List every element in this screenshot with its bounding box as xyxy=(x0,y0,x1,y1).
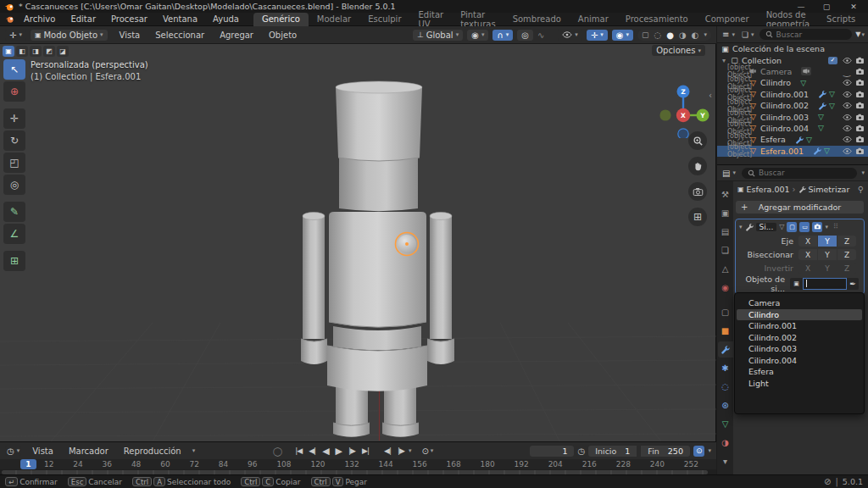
tab-data[interactable]: ▽ xyxy=(718,416,733,432)
frame-forward-button[interactable]: |▶ xyxy=(395,446,407,455)
close-button[interactable]: ✕ xyxy=(839,3,868,11)
breadcrumb-object[interactable]: Esfera.001 xyxy=(747,185,790,194)
viewport-menu-item[interactable]: Seleccionar xyxy=(147,30,212,40)
dropdown-option[interactable]: Esfera xyxy=(737,366,862,378)
3d-viewport-canvas[interactable] xyxy=(0,26,716,441)
play-reverse-button[interactable]: ◀ xyxy=(320,446,331,457)
dropdown-option[interactable]: Cilindro xyxy=(737,309,862,321)
properties-editor-selector[interactable]: ▤▾ xyxy=(721,169,737,178)
transform-tool[interactable]: ◎ xyxy=(3,175,25,195)
expand-icon[interactable]: › xyxy=(739,147,746,155)
tab-object[interactable]: ■ xyxy=(718,323,733,339)
axis-x-button[interactable]: X xyxy=(798,263,817,274)
axis-y-button[interactable]: Y xyxy=(818,263,837,274)
dropdown-option[interactable]: Light xyxy=(737,378,862,390)
hide-toggle[interactable]: ‿ xyxy=(842,135,852,144)
tab-world[interactable]: ◉ xyxy=(718,280,733,296)
modifier-name-field[interactable]: Si... xyxy=(756,223,777,231)
dropdown-option[interactable]: Cilindro.001 xyxy=(737,320,862,332)
timeline-menu-item[interactable]: Marcador xyxy=(61,446,116,456)
timeline-menu-item[interactable]: Reproducción xyxy=(116,446,189,456)
scale-tool[interactable]: ◰ xyxy=(3,152,25,173)
app-menu-icon[interactable] xyxy=(5,14,14,24)
options-button[interactable]: Opciones▾ xyxy=(652,45,705,56)
cursor-tool[interactable]: ⊕ xyxy=(3,81,25,102)
dropdown-option[interactable]: Cilindro.004 xyxy=(737,355,862,367)
snap-toggle[interactable]: ∩▾ xyxy=(492,30,513,41)
visibility-dropdown[interactable]: ▾ xyxy=(558,29,582,41)
mode-selector[interactable]: ▣Modo Objeto▾ xyxy=(31,30,108,41)
next-keyframe-button[interactable]: |▶ xyxy=(346,446,358,455)
render-toggle[interactable] xyxy=(854,78,865,87)
render-toggle[interactable] xyxy=(854,135,865,144)
workspace-tab[interactable]: Scripts xyxy=(818,13,864,26)
display-mode-selector[interactable]: ❏▾ xyxy=(740,30,756,39)
add-modifier-button[interactable]: + Agregar modificador xyxy=(736,201,864,214)
viewport-menu-item[interactable]: Objeto xyxy=(261,30,304,40)
move-tool[interactable]: ✛ xyxy=(3,108,25,129)
hide-toggle[interactable]: ‿ xyxy=(842,147,852,156)
properties-options-chevron-icon[interactable]: ▾ xyxy=(861,169,865,176)
pivot-selector[interactable]: ◉▾ xyxy=(467,30,488,41)
scene-collection-row[interactable]: ▣ Colección de la escena xyxy=(717,43,868,54)
shading-rendered-icon[interactable]: ◐ xyxy=(692,30,699,40)
breadcrumb-modifier[interactable]: Simetrizar xyxy=(809,185,850,194)
workspace-tab[interactable]: Animar xyxy=(570,13,617,26)
tab-more[interactable]: ▾ xyxy=(718,453,733,469)
axis-z-button[interactable]: Z xyxy=(837,236,856,247)
hide-toggle[interactable]: ‿ xyxy=(842,124,852,133)
proportional-edit-toggle[interactable]: ◎ xyxy=(517,30,533,41)
ortho-toggle-button[interactable]: ⊞ xyxy=(688,208,707,226)
axis-y-button[interactable]: Y xyxy=(818,236,837,247)
menu-item[interactable]: Editar xyxy=(63,14,103,24)
gizmos-toggle[interactable]: ✛▾ xyxy=(587,30,608,41)
outliner-search-input[interactable]: Buscar xyxy=(760,29,853,40)
display-editmode-toggle[interactable]: ▢ xyxy=(787,222,797,232)
xray-toggle-icon[interactable]: ▢ xyxy=(642,30,649,39)
select-mode-button[interactable]: ◩ xyxy=(43,46,55,57)
dropdown-option[interactable]: Cilindro.002 xyxy=(737,332,862,344)
workspace-tab[interactable]: Pintar texturas xyxy=(452,13,504,26)
shading-wireframe-icon[interactable]: ◌ xyxy=(654,30,662,40)
workspace-tab[interactable]: Genérico xyxy=(253,13,309,26)
current-frame-field[interactable]: 1 xyxy=(530,446,574,457)
menu-item[interactable]: Procesar xyxy=(103,14,155,24)
dropdown-option[interactable]: Cilindro.003 xyxy=(737,343,862,355)
collapse-icon[interactable]: ▾ xyxy=(739,224,743,230)
expand-icon[interactable]: › xyxy=(739,68,746,75)
expand-icon[interactable]: [object Object] xyxy=(727,143,734,158)
extras-chevron-icon[interactable]: ▾ xyxy=(825,224,828,230)
tab-render[interactable]: ▣ xyxy=(718,205,733,221)
hide-toggle[interactable]: ‿ xyxy=(842,78,852,87)
orientation-selector[interactable]: ⊥Global▾ xyxy=(413,30,463,41)
workspace-tab[interactable]: Esculpir xyxy=(359,13,409,26)
select-mode-button[interactable]: ▣ xyxy=(3,46,14,57)
axis-x-button[interactable]: X xyxy=(798,236,817,247)
tab-constraints[interactable]: ⊛ xyxy=(718,397,733,413)
tab-collection[interactable]: ▢ xyxy=(718,304,733,320)
axis-y-button[interactable]: Y xyxy=(818,249,837,260)
add-workspace-button[interactable]: + xyxy=(864,14,868,24)
playback-sync-button[interactable]: ⊙ xyxy=(693,446,705,457)
select-mode-button[interactable]: ◨ xyxy=(30,46,42,57)
render-toggle[interactable] xyxy=(854,101,865,110)
eyedropper-icon[interactable]: ✒ xyxy=(847,278,859,290)
workspace-tab[interactable]: Componer xyxy=(697,13,758,26)
viewport-menu-item[interactable]: Agregar xyxy=(212,30,261,40)
menu-item[interactable]: Ventana xyxy=(155,14,205,24)
rotate-tool[interactable]: ↻ xyxy=(3,130,25,151)
select-box-tool[interactable]: ↖ xyxy=(3,59,25,80)
menu-item[interactable]: Ayuda xyxy=(205,14,247,24)
tab-material[interactable]: ◑ xyxy=(718,435,733,451)
tab-scene[interactable]: △ xyxy=(718,261,733,277)
object-picker-icon-button[interactable]: ▣ xyxy=(790,278,803,290)
play-button[interactable]: ▶ xyxy=(333,446,344,457)
frame-start-field[interactable]: Inicio1 xyxy=(588,446,637,457)
expand-icon[interactable]: › xyxy=(739,91,746,98)
playhead[interactable]: 1 xyxy=(20,459,36,469)
prev-keyframe-button[interactable]: ◀| xyxy=(306,446,318,455)
camera-view-button[interactable] xyxy=(688,182,707,201)
tab-output[interactable]: ▤ xyxy=(718,224,733,240)
keying-set-icon[interactable]: ⊙ xyxy=(421,446,428,456)
render-toggle[interactable] xyxy=(854,113,865,122)
